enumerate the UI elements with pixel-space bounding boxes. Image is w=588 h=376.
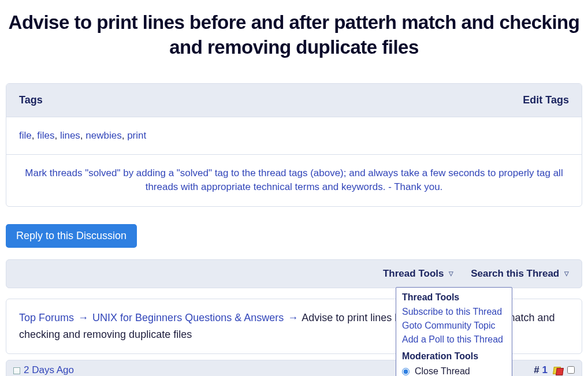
tags-panel: Tags Edit Tags file, files, lines, newbi… <box>6 83 582 207</box>
search-thread-menu[interactable]: Search this Thread ▽ <box>471 268 569 280</box>
edit-tags-link[interactable]: Edit Tags <box>523 94 569 106</box>
dropdown-item-add-poll[interactable]: Add a Poll to this Thread <box>396 333 512 347</box>
arrow-right-icon: → <box>288 310 298 326</box>
thread-tools-dropdown: Thread Tools Subscribe to this Thread Go… <box>396 287 512 376</box>
tag-link[interactable]: files <box>37 130 54 141</box>
breadcrumb-top-forums[interactable]: Top Forums <box>19 312 74 323</box>
breadcrumb-forum[interactable]: UNIX for Beginners Questions & Answers <box>92 312 284 323</box>
post-number: # 1 <box>534 364 548 376</box>
dropdown-radio-close-thread[interactable]: Close Thread <box>396 364 512 376</box>
chevron-down-icon: ▽ <box>564 270 569 277</box>
tag-link[interactable]: file <box>19 130 32 141</box>
thread-tools-label: Thread Tools <box>383 268 444 279</box>
tag-link[interactable]: lines <box>60 130 80 141</box>
envelope-icon <box>13 367 20 374</box>
reply-button[interactable]: Reply to this Discussion <box>6 224 137 248</box>
thread-tools-menu[interactable]: Thread Tools ▽ <box>383 268 453 280</box>
tag-link[interactable]: newbies <box>85 130 121 141</box>
dropdown-section-title: Thread Tools <box>396 288 512 305</box>
post-select-checkbox[interactable] <box>567 366 575 374</box>
arrow-right-icon: → <box>78 310 88 326</box>
post-number-link[interactable]: 1 <box>542 364 548 375</box>
tag-link[interactable]: print <box>127 130 146 141</box>
thread-toolbar: Thread Tools ▽ Search this Thread ▽ Thre… <box>6 259 582 288</box>
dropdown-item-goto-topic[interactable]: Goto Community Topic <box>396 319 512 333</box>
close-thread-radio[interactable] <box>402 368 410 375</box>
tags-heading: Tags <box>19 94 43 106</box>
dropdown-section-title: Moderation Tools <box>396 347 512 364</box>
dropdown-item-subscribe[interactable]: Subscribe to this Thread <box>396 305 512 319</box>
search-thread-label: Search this Thread <box>471 268 559 279</box>
tags-panel-head: Tags Edit Tags <box>6 84 582 117</box>
chevron-down-icon: ▽ <box>449 270 453 277</box>
tags-list: file, files, lines, newbies, print <box>6 117 582 155</box>
cards-icon[interactable] <box>551 367 563 376</box>
page-title: Advise to print lines before and after p… <box>6 10 582 60</box>
tag-advice: Mark threads "solved" by adding a "solve… <box>6 155 582 206</box>
post-date[interactable]: 2 Days Ago <box>24 364 74 376</box>
close-thread-label: Close Thread <box>415 366 470 376</box>
